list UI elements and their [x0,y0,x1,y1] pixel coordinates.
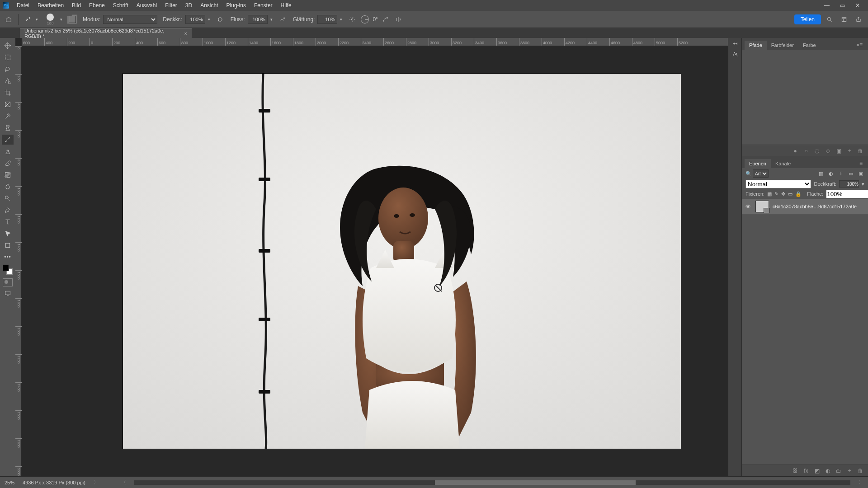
delete-path-icon[interactable]: 🗑 [857,148,863,154]
marquee-tool[interactable] [2,52,14,62]
path-select-tool[interactable] [2,229,14,239]
blur-tool[interactable] [2,182,14,192]
color-swatch[interactable] [3,265,13,275]
quick-mask-toggle[interactable] [3,278,13,286]
brush-preview[interactable]: 133 [43,13,57,26]
scrollbar-thumb[interactable] [435,480,636,485]
lock-pixels-icon[interactable]: ✎ [774,191,778,197]
opacity-pressure-toggle[interactable] [215,14,225,24]
frame-tool[interactable] [2,99,14,109]
tab-kanaele[interactable]: Kanäle [771,159,795,168]
filter-smart-icon[interactable]: ▣ [857,170,864,177]
lock-position-icon[interactable]: ✥ [781,191,785,197]
airbrush-toggle[interactable] [278,14,288,24]
menu-datei[interactable]: Datei [13,2,33,9]
menu-bearbeiten[interactable]: Bearbeiten [33,2,68,9]
flow-input[interactable] [248,15,268,24]
layer-name-label[interactable]: c6a1c3078acbb8e…9d87cd15172a0e [773,204,865,209]
layer-visibility-toggle[interactable]: 👁 [745,203,752,210]
smoothing-dropdown-icon[interactable]: ▾ [340,17,344,22]
crop-tool[interactable] [2,88,14,98]
layer-opacity-input[interactable] [839,180,859,188]
brush-picker-dropdown-icon[interactable]: ▾ [60,17,65,22]
tab-ebenen[interactable]: Ebenen [745,159,771,168]
layer-filter-kind-select[interactable]: Art [753,169,769,178]
paths-panel-menu-icon[interactable]: »≡ [854,40,865,50]
menu-fenster[interactable]: Fenster [250,2,277,9]
filter-type-icon[interactable]: T [837,170,844,177]
tab-pfade[interactable]: Pfade [745,41,767,50]
symmetry-toggle[interactable] [393,14,403,24]
layer-mask-icon[interactable]: ◩ [814,468,820,474]
lock-artboard-icon[interactable]: ▭ [788,191,793,197]
layer-group-icon[interactable]: 🗀 [835,468,842,474]
healing-tool[interactable] [2,123,14,133]
selection-from-path-icon[interactable]: ◌ [814,148,820,154]
layer-fill-input[interactable] [826,190,868,198]
layer-opacity-dropdown-icon[interactable]: ▾ [862,181,864,187]
new-path-icon[interactable]: ＋ [846,148,853,154]
lock-all-icon[interactable]: 🔒 [795,191,802,197]
horizontal-ruler[interactable]: 6004002000200400600800100012001400160018… [22,38,728,46]
stroke-path-icon[interactable]: ○ [803,148,809,154]
brush-tool[interactable] [2,135,14,145]
document-info[interactable]: 4936 Px x 3319 Px (300 ppi) [23,480,85,485]
flow-dropdown-icon[interactable]: ▾ [270,17,275,22]
fill-path-icon[interactable]: ● [792,148,798,154]
eyedropper-tool[interactable] [2,111,14,121]
brush-panel-toggle[interactable] [67,14,77,24]
canvas-viewport[interactable] [22,46,728,476]
tab-farbfelder[interactable]: Farbfelder [767,41,798,50]
blend-mode-select[interactable]: Normal [103,15,157,24]
menu-bild[interactable]: Bild [68,2,85,9]
tab-farbe[interactable]: Farbe [798,41,821,50]
horizontal-scrollbar[interactable] [134,480,850,485]
menu-filter[interactable]: Filter [161,2,181,9]
move-tool[interactable] [2,41,14,51]
scroll-right-icon[interactable]: 〉 [859,479,863,486]
zoom-level[interactable]: 25% [5,480,14,485]
adjustment-layer-icon[interactable]: ◐ [825,468,831,474]
layer-thumbnail[interactable] [755,201,769,212]
menu-3d[interactable]: 3D [181,2,196,9]
menu-ansicht[interactable]: Ansicht [196,2,222,9]
trash-icon[interactable]: 🗑 [857,468,863,474]
edit-toolbar[interactable] [2,264,14,274]
menu-auswahl[interactable]: Auswahl [132,2,161,9]
vertical-ruler[interactable]: 0200400600800100012001400160018002000220… [15,46,22,476]
clone-stamp-tool[interactable] [2,146,14,156]
foreground-color[interactable] [3,265,9,271]
link-layers-icon[interactable]: ⛓ [792,468,798,474]
tool-preset-dropdown-icon[interactable]: ▾ [36,17,40,22]
size-pressure-toggle[interactable] [381,14,391,24]
new-layer-icon[interactable]: ＋ [846,468,853,474]
menu-hilfe[interactable]: Hilfe [277,2,296,9]
filter-adjust-icon[interactable]: ◐ [827,170,835,177]
export-share-button[interactable] [853,14,864,25]
search-button[interactable] [824,14,835,25]
home-button[interactable] [4,14,14,24]
doc-info-menu-icon[interactable]: 〉 [94,479,99,486]
paths-panel-body[interactable] [742,50,868,145]
menu-schrift[interactable]: Schrift [109,2,132,9]
filter-shape-icon[interactable]: ▭ [847,170,854,177]
dodge-tool[interactable] [2,193,14,203]
menu-ebene[interactable]: Ebene [85,2,109,9]
filter-pixel-icon[interactable]: ▦ [817,170,825,177]
layer-list[interactable]: 👁 c6a1c3078acbb8e…9d87cd15172a0e [742,199,868,465]
tool-preset-picker[interactable] [23,14,33,24]
smoothing-options-button[interactable] [347,14,357,24]
share-button[interactable]: Teilen [794,14,821,24]
lasso-tool[interactable] [2,64,14,74]
document-canvas[interactable] [123,74,681,449]
lock-transparency-icon[interactable]: ▩ [767,191,772,197]
angle-control[interactable] [360,14,370,24]
layer-item[interactable]: 👁 c6a1c3078acbb8e…9d87cd15172a0e [742,199,868,214]
shape-tool[interactable] [2,240,14,250]
layer-blend-mode-select[interactable]: Normal [745,180,811,188]
gradient-tool[interactable] [2,170,14,180]
pen-tool[interactable] [2,205,14,215]
eraser-tool[interactable] [2,158,14,168]
more-tools[interactable]: ••• [2,252,14,262]
quick-select-tool[interactable] [2,76,14,86]
